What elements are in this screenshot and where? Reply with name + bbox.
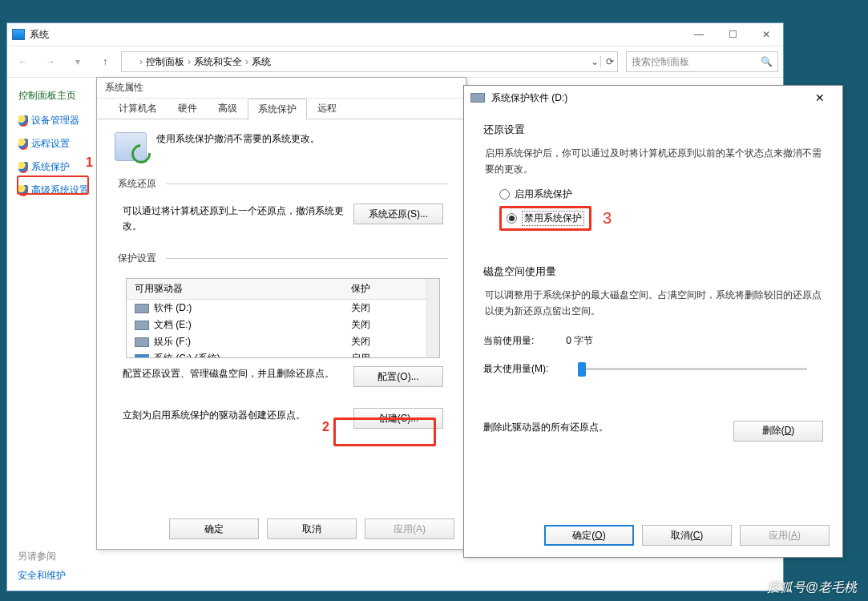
see-also-label: 另请参阅 xyxy=(18,550,56,563)
nav-bar: ← → ▾ ↑ › 控制面板 › 系统和安全 › 系统 ⌄⟳ 搜索控制面板 🔍 xyxy=(7,46,783,78)
maximize-button[interactable]: ☐ xyxy=(716,23,749,46)
col-status: 保护 xyxy=(343,279,439,300)
close-button[interactable]: ✕ xyxy=(749,23,783,46)
system-properties-dialog: 系统属性 计算机名 硬件 高级 系统保护 远程 使用系统保护撤消不需要的系统更改… xyxy=(96,77,466,550)
sub-title-text: 系统保护软件 (D:) xyxy=(491,91,567,105)
search-box[interactable]: 搜索控制面板 🔍 xyxy=(626,51,778,72)
watermark: 搜狐号@老毛桃 xyxy=(767,579,857,596)
shield-icon xyxy=(18,139,28,150)
usage-heading: 磁盘空间使用量 xyxy=(483,264,823,279)
usage-slider[interactable] xyxy=(578,368,807,370)
drive-icon xyxy=(470,93,485,103)
shield-icon xyxy=(18,115,28,127)
group-settings: 保护设置 xyxy=(115,252,159,265)
up-button[interactable]: ↑ xyxy=(94,52,116,71)
shield-icon xyxy=(18,162,28,173)
create-button[interactable]: 创建(C)... xyxy=(353,408,443,429)
current-usage-value: 0 字节 xyxy=(566,335,593,346)
minimize-button[interactable]: — xyxy=(682,23,716,46)
computer-icon xyxy=(12,29,25,40)
delete-text: 删除此驱动器的所有还原点。 xyxy=(483,421,608,434)
ok-button[interactable]: 确定 xyxy=(169,518,259,539)
close-button[interactable]: ✕ xyxy=(804,87,836,108)
forward-button[interactable]: → xyxy=(39,52,62,71)
configure-button[interactable]: 配置(O)... xyxy=(353,366,443,387)
addr-dropdown[interactable]: ⌄ xyxy=(591,56,599,67)
config-text: 配置还原设置、管理磁盘空间，并且删除还原点。 xyxy=(123,366,353,381)
usage-desc: 可以调整用于系统保护的最大磁盘空间。占满空间时，系统将删除较旧的还原点以便为新还… xyxy=(483,287,823,320)
computer-icon xyxy=(125,57,136,67)
refresh-button[interactable]: ⟳ xyxy=(600,56,614,67)
back-button[interactable]: ← xyxy=(12,52,34,71)
annotation-box-3: 禁用系统保护 xyxy=(499,206,591,231)
shield-icon xyxy=(18,185,28,196)
crumb-page[interactable]: 系统 xyxy=(252,55,271,69)
radio-enable-label: 启用系统保护 xyxy=(515,188,572,201)
link-security-maintenance[interactable]: 安全和维护 xyxy=(18,569,66,583)
drive-icon xyxy=(135,337,149,347)
radio-enable-protection[interactable]: 启用系统保护 xyxy=(499,188,823,201)
table-row: 软件 (D:)关闭 xyxy=(127,300,439,317)
apply-button[interactable]: 应用(A) xyxy=(740,525,830,546)
window-title: 系统 xyxy=(30,28,49,42)
intro-text: 使用系统保护撤消不需要的系统更改。 xyxy=(156,132,320,146)
address-bar[interactable]: › 控制面板 › 系统和安全 › 系统 ⌄⟳ xyxy=(121,51,618,72)
radio-icon xyxy=(507,213,517,224)
annotation-3: 3 xyxy=(603,209,612,228)
drive-icon xyxy=(135,321,149,330)
current-usage-label: 当前使用量: xyxy=(483,334,563,348)
delete-button[interactable]: 删除(D) xyxy=(733,421,823,442)
slider-thumb[interactable] xyxy=(578,362,586,377)
tab-computer-name[interactable]: 计算机名 xyxy=(108,98,168,119)
table-row: 系统 (C:) (系统)启用 xyxy=(127,350,439,358)
drive-icon xyxy=(135,354,149,358)
crumb-cat[interactable]: 系统和安全 xyxy=(194,55,242,69)
crumb-root[interactable]: 控制面板 xyxy=(146,55,184,69)
scrollbar[interactable] xyxy=(426,279,439,357)
create-text: 立刻为启用系统保护的驱动器创建还原点。 xyxy=(123,408,353,423)
group-restore: 系统还原 xyxy=(115,177,159,191)
apply-button[interactable]: 应用(A) xyxy=(365,518,454,539)
link-remote-settings[interactable]: 远程设置 xyxy=(18,137,89,151)
drive-table[interactable]: 可用驱动器保护 软件 (D:)关闭 文档 (E:)关闭 娱乐 (F:)关闭 系统… xyxy=(126,278,440,358)
titlebar: 系统 — ☐ ✕ xyxy=(7,23,783,46)
tabs: 计算机名 硬件 高级 系统保护 远程 xyxy=(97,99,466,119)
col-drive: 可用驱动器 xyxy=(127,279,343,300)
tab-system-protection[interactable]: 系统保护 xyxy=(248,99,307,119)
restore-desc: 启用系统保护后，你可以通过及时将计算机还原到以前的某个状态点来撤消不需要的更改。 xyxy=(483,145,823,178)
tab-advanced[interactable]: 高级 xyxy=(208,98,248,119)
dialog-title: 系统属性 xyxy=(97,78,466,99)
link-advanced-settings[interactable]: 高级系统设置 xyxy=(18,184,89,197)
cancel-button[interactable]: 取消 xyxy=(267,518,357,539)
cancel-button[interactable]: 取消(C) xyxy=(642,525,732,546)
ok-button[interactable]: 确定(O) xyxy=(544,525,634,546)
left-nav: 控制面板主页 设备管理器 远程设置 系统保护 高级系统设置 xyxy=(7,78,97,591)
max-usage-label: 最大使用量(M): xyxy=(483,362,563,376)
radio-disable-label: 禁用系统保护 xyxy=(522,211,584,226)
system-protection-config-dialog: 系统保护软件 (D:) ✕ 还原设置 启用系统保护后，你可以通过及时将计算机还原… xyxy=(463,85,843,558)
system-restore-button[interactable]: 系统还原(S)... xyxy=(353,204,443,224)
dropdown-history[interactable]: ▾ xyxy=(67,52,89,71)
tab-remote[interactable]: 远程 xyxy=(307,98,347,119)
restore-text: 可以通过将计算机还原到上一个还原点，撤消系统更改。 xyxy=(123,204,353,234)
annotation-2: 2 xyxy=(322,420,329,434)
annotation-1: 1 xyxy=(86,155,93,170)
search-icon: 🔍 xyxy=(761,56,773,67)
restore-heading: 还原设置 xyxy=(483,123,823,137)
left-heading: 控制面板主页 xyxy=(18,89,89,103)
table-row: 娱乐 (F:)关闭 xyxy=(127,333,439,350)
search-placeholder: 搜索控制面板 xyxy=(632,55,689,69)
tab-hardware[interactable]: 硬件 xyxy=(168,98,208,119)
restore-icon xyxy=(115,132,147,161)
drive-icon xyxy=(135,304,149,313)
sub-titlebar: 系统保护软件 (D:) ✕ xyxy=(464,86,842,110)
link-system-protection[interactable]: 系统保护 xyxy=(18,160,89,174)
link-device-manager[interactable]: 设备管理器 xyxy=(18,114,89,127)
table-row: 文档 (E:)关闭 xyxy=(127,317,439,333)
radio-disable-protection[interactable]: 禁用系统保护 xyxy=(507,211,584,226)
radio-icon xyxy=(499,189,510,200)
